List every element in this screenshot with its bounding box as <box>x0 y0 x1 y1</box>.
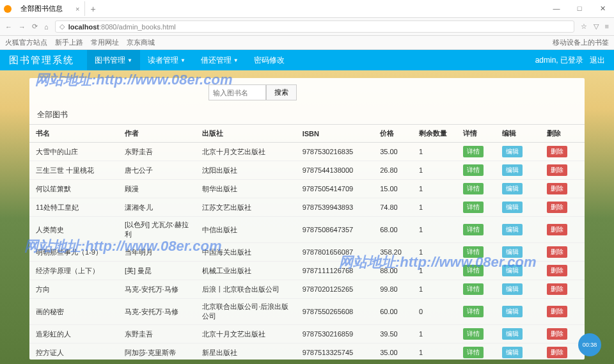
section-title: 全部图书 <box>29 106 585 124</box>
table-row: 大雪中的山庄东野圭吾北京十月文艺出版社978753021683535.001详情… <box>29 143 585 161</box>
cell-qty: 1 <box>413 217 457 243</box>
nav-home-icon[interactable]: ⌂ <box>44 23 49 31</box>
delete-button[interactable]: 删除 <box>547 246 567 258</box>
delete-button[interactable]: 删除 <box>547 146 567 157</box>
bookmark-item[interactable]: 火狐官方站点 <box>5 38 47 47</box>
cell-price: 15.00 <box>374 180 413 198</box>
nav-books[interactable]: 图书管理▼ <box>87 50 140 70</box>
cell-publisher: 新星出版社 <box>196 344 295 360</box>
bookmark-star-icon[interactable]: ☆ <box>581 22 587 31</box>
search-input[interactable] <box>209 84 266 100</box>
nav-borrow[interactable]: 借还管理▼ <box>193 50 246 70</box>
books-table: 书名作者出版社ISBN价格剩余数量详情编辑删除 大雪中的山庄东野圭吾北京十月文艺… <box>29 124 585 360</box>
cell-qty: 1 <box>413 325 457 344</box>
bookmark-item[interactable]: 京东商城 <box>127 38 155 47</box>
edit-button[interactable]: 编辑 <box>502 246 523 258</box>
edit-button[interactable]: 编辑 <box>502 146 523 157</box>
window-minimize[interactable]: — <box>545 4 568 13</box>
cell-isbn: 9787544138000 <box>296 161 374 180</box>
nav-refresh-icon[interactable]: ⟳ <box>32 22 38 31</box>
edit-button[interactable]: 编辑 <box>502 347 523 358</box>
tab-title: 全部图书信息 <box>20 4 63 13</box>
cell-name: 画的秘密 <box>29 299 118 325</box>
cell-publisher: 北京十月文艺出版社 <box>196 325 295 344</box>
cell-isbn: 9787020125265 <box>296 280 374 299</box>
nav-password[interactable]: 密码修改 <box>246 50 292 70</box>
cell-price: 35.00 <box>374 143 413 161</box>
detail-button[interactable]: 详情 <box>463 306 484 317</box>
nav-back-icon[interactable]: ← <box>5 23 12 31</box>
edit-button[interactable]: 编辑 <box>502 283 523 295</box>
cell-price: 39.50 <box>374 325 413 344</box>
edit-button[interactable]: 编辑 <box>502 328 523 340</box>
detail-button[interactable]: 详情 <box>463 283 484 295</box>
table-row: 11处特工皇妃潇湘冬儿江苏文艺出版社978753994389374.801详情编… <box>29 198 585 217</box>
delete-button[interactable]: 删除 <box>547 224 567 235</box>
cell-qty: 1 <box>413 180 457 198</box>
detail-button[interactable]: 详情 <box>463 246 484 258</box>
detail-button[interactable]: 详情 <box>463 146 484 157</box>
edit-button[interactable]: 编辑 <box>502 265 523 276</box>
cell-author: 东野圭吾 <box>118 143 196 161</box>
cell-name: 控方证人 <box>29 344 118 360</box>
delete-button[interactable]: 删除 <box>547 328 567 340</box>
detail-button[interactable]: 详情 <box>463 265 484 276</box>
bookmark-right[interactable]: 移动设备上的书签 <box>553 38 609 47</box>
cell-name: 造彩虹的人 <box>29 325 118 344</box>
bookmark-item[interactable]: 常用网址 <box>91 38 119 47</box>
url-bar: ← → ⟳ ⌂ ◇ localhost:8080/admin_books.htm… <box>0 18 614 36</box>
detail-button[interactable]: 详情 <box>463 202 484 213</box>
table-row: 控方证人阿加莎·克里斯蒂新星出版社978751332574535.001详情编辑… <box>29 344 585 360</box>
detail-button[interactable]: 详情 <box>463 183 484 194</box>
nav-readers[interactable]: 读者管理▼ <box>140 50 193 70</box>
delete-button[interactable]: 删除 <box>547 265 567 276</box>
edit-button[interactable]: 编辑 <box>502 183 523 194</box>
window-close[interactable]: ✕ <box>591 4 614 13</box>
cell-author: 马克-安托万·马修 <box>118 280 196 299</box>
bookmark-item[interactable]: 新手上路 <box>55 38 83 47</box>
search-button[interactable]: 搜索 <box>266 84 297 100</box>
user-status: admin, 已登录 <box>535 55 583 66</box>
logout-button[interactable]: 退出 <box>590 55 605 66</box>
browser-tab[interactable]: 全部图书信息 × <box>15 1 85 16</box>
cell-author: 当年明月 <box>118 243 196 262</box>
cell-author: 唐七公子 <box>118 161 196 180</box>
delete-button[interactable]: 删除 <box>547 283 567 295</box>
table-row: 造彩虹的人东野圭吾北京十月文艺出版社978753021685939.501详情编… <box>29 325 585 344</box>
cell-publisher: 中信出版社 <box>196 217 295 243</box>
delete-button[interactable]: 删除 <box>547 164 567 176</box>
edit-button[interactable]: 编辑 <box>502 164 523 176</box>
delete-button[interactable]: 删除 <box>547 183 567 194</box>
delete-button[interactable]: 删除 <box>547 202 567 213</box>
detail-button[interactable]: 详情 <box>463 328 484 340</box>
url-input[interactable]: ◇ localhost:8080/admin_books.html <box>55 20 574 33</box>
cell-isbn: 9787530216835 <box>296 143 374 161</box>
cell-isbn: 9787530216859 <box>296 325 374 344</box>
new-tab-button[interactable]: + <box>85 4 100 14</box>
cell-price: 88.00 <box>374 262 413 280</box>
detail-button[interactable]: 详情 <box>463 224 484 235</box>
delete-button[interactable]: 删除 <box>547 347 567 358</box>
edit-button[interactable]: 编辑 <box>502 224 523 235</box>
pocket-icon[interactable]: ▽ <box>594 22 599 31</box>
table-row: 人类简史[以色列] 尤瓦尔·赫拉利中信出版社978750864735768.00… <box>29 217 585 243</box>
delete-button[interactable]: 删除 <box>547 306 567 317</box>
cell-qty: 1 <box>413 280 457 299</box>
edit-button[interactable]: 编辑 <box>502 306 523 317</box>
detail-button[interactable]: 详情 <box>463 164 484 176</box>
edit-button[interactable]: 编辑 <box>502 202 523 213</box>
cell-isbn: 9787513325745 <box>296 344 374 360</box>
cell-author: 东野圭吾 <box>118 325 196 344</box>
tab-close-icon[interactable]: × <box>75 5 79 13</box>
cell-publisher: 江苏文艺出版社 <box>196 198 295 217</box>
cell-publisher: 朝华出版社 <box>196 180 295 198</box>
cell-qty: 0 <box>413 299 457 325</box>
detail-button[interactable]: 详情 <box>463 347 484 358</box>
menu-icon[interactable]: ≡ <box>605 22 609 31</box>
cell-qty: 1 <box>413 243 457 262</box>
cell-author: 潇湘冬儿 <box>118 198 196 217</box>
window-maximize[interactable]: □ <box>568 4 591 13</box>
timer-badge: 00:38 <box>578 333 601 356</box>
cell-isbn: 9787111126768 <box>296 262 374 280</box>
cell-isbn: 9787508647357 <box>296 217 374 243</box>
